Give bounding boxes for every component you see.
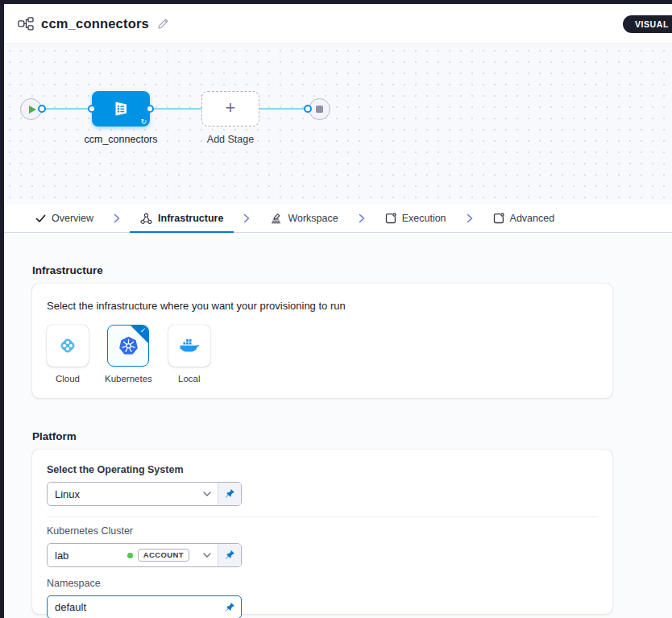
pipeline-title: ccm_connectors xyxy=(41,16,149,31)
infrastructure-section-heading: Infrastructure xyxy=(32,264,103,276)
infra-option-kubernetes: ✓ Kubernetes xyxy=(105,325,152,384)
docker-icon xyxy=(179,337,200,355)
chevron-right-icon xyxy=(114,214,120,223)
os-select-value[interactable]: Linux xyxy=(48,483,197,505)
scope-badge: ACCOUNT xyxy=(138,549,189,562)
custom-stage-icon xyxy=(111,99,131,118)
tab-workspace[interactable]: Workspace xyxy=(259,205,348,232)
pipeline-header: ccm_connectors VISUAL xyxy=(4,4,672,44)
workspace-icon xyxy=(270,213,282,225)
play-icon xyxy=(29,106,36,114)
pipeline-graph-icon xyxy=(18,17,34,31)
flow-connector-line xyxy=(31,108,319,110)
tab-advanced[interactable]: Advanced xyxy=(483,205,566,232)
cluster-select[interactable]: lab ACCOUNT xyxy=(47,543,242,567)
chevron-right-icon xyxy=(359,214,365,223)
cluster-select-value[interactable]: lab xyxy=(55,550,68,562)
namespace-fixed-value-pin-icon[interactable] xyxy=(218,596,241,618)
cloud-option-card[interactable] xyxy=(47,325,89,367)
end-node xyxy=(309,98,330,120)
add-stage-label: Add Stage xyxy=(170,134,291,145)
os-select[interactable]: Linux xyxy=(47,482,242,506)
platform-section-heading: Platform xyxy=(32,430,77,442)
check-icon xyxy=(35,214,46,223)
stage-condition-icon: ↻ xyxy=(140,118,147,126)
stop-icon xyxy=(316,106,323,113)
pipeline-canvas[interactable]: ↻ + ccm_connectors Add Stage xyxy=(4,45,672,205)
os-fixed-value-pin-icon[interactable] xyxy=(218,483,241,505)
infrastructure-icon xyxy=(140,213,152,225)
selected-check-icon: ✓ xyxy=(140,326,147,334)
infrastructure-options: Cloud xyxy=(47,325,598,384)
advanced-icon xyxy=(493,213,504,224)
connector-port xyxy=(88,105,96,113)
stage-node-ccm-connectors[interactable]: ↻ xyxy=(92,91,150,127)
chevron-right-icon xyxy=(467,214,473,223)
cluster-field-label: Kubernetes Cluster xyxy=(47,525,598,537)
infra-option-local: Local xyxy=(168,325,210,384)
execution-icon xyxy=(385,213,396,224)
infra-option-cloud: Cloud xyxy=(47,325,89,384)
namespace-field-label: Namespace xyxy=(47,578,598,590)
chevron-down-icon[interactable] xyxy=(197,483,218,505)
tab-execution[interactable]: Execution xyxy=(375,205,457,232)
infrastructure-card: Select the infrastructure where you want… xyxy=(32,284,612,398)
infrastructure-panel: Infrastructure Select the infrastructure… xyxy=(4,234,672,618)
connector-port xyxy=(38,105,46,113)
local-option-label: Local xyxy=(178,374,201,384)
window-left-edge xyxy=(0,0,4,618)
cloud-option-label: Cloud xyxy=(56,374,80,384)
kubernetes-option-card[interactable]: ✓ xyxy=(107,325,149,367)
local-option-card[interactable] xyxy=(168,325,210,367)
edit-pencil-icon[interactable] xyxy=(157,18,169,30)
os-field-label: Select the Operating System xyxy=(47,464,598,476)
chevron-down-icon[interactable] xyxy=(197,544,218,566)
namespace-input-value[interactable]: default xyxy=(48,596,218,618)
cloud-icon xyxy=(57,335,78,356)
add-stage-button[interactable]: + xyxy=(201,91,259,127)
connector-status-dot xyxy=(127,553,133,558)
chevron-right-icon xyxy=(243,214,250,223)
tab-overview[interactable]: Overview xyxy=(25,205,104,232)
namespace-input[interactable]: default xyxy=(47,595,242,618)
field-divider xyxy=(47,516,598,517)
visual-yaml-toggle[interactable]: VISUAL xyxy=(623,15,672,33)
connector-port xyxy=(304,105,312,113)
plus-icon: + xyxy=(226,99,236,117)
cluster-fixed-value-pin-icon[interactable] xyxy=(218,544,241,566)
window-top-edge xyxy=(0,0,672,4)
kubernetes-option-label: Kubernetes xyxy=(105,374,152,384)
infrastructure-prompt: Select the infrastructure where you want… xyxy=(47,300,598,312)
platform-card: Select the Operating System Linux Kubern… xyxy=(32,450,612,614)
connector-port xyxy=(146,105,154,113)
stage-node-label: ccm_connectors xyxy=(60,134,181,145)
tab-infrastructure[interactable]: Infrastructure xyxy=(130,205,234,232)
stage-tab-bar: Overview Infrastructure Workspace xyxy=(4,205,672,233)
